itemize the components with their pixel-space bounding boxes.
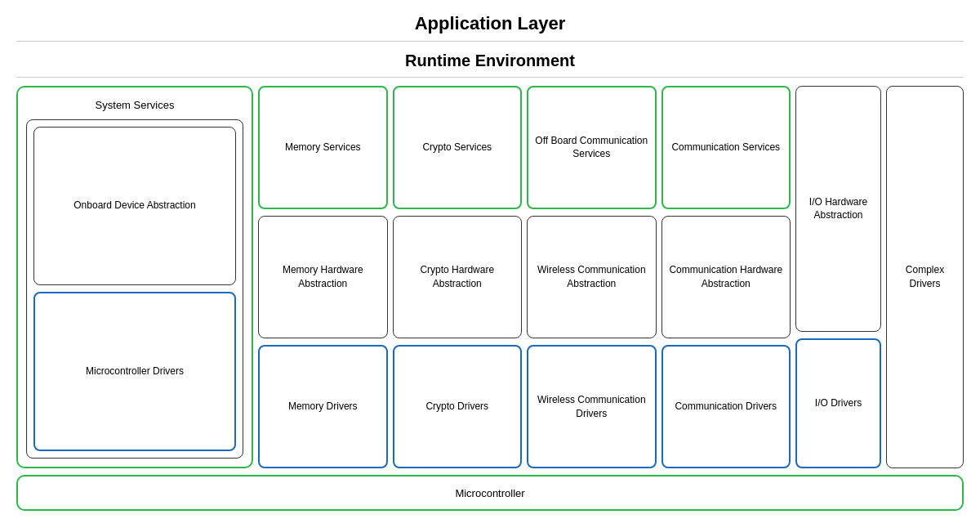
runtime-title: Runtime Environment — [405, 48, 575, 77]
right-tall-boxes: I/O Hardware Abstraction I/O Drivers Com… — [795, 86, 964, 468]
crypto-hw-abstraction-box: Crypto Hardware Abstraction — [393, 216, 523, 339]
offboard-comm-services-box: Off Board Communication Services — [527, 86, 657, 209]
microcontroller-drivers-box: Microcontroller Drivers — [33, 292, 236, 452]
core-columns: Memory Services Crypto Services Off Boar… — [258, 86, 791, 468]
wireless-comm-drivers-box: Wireless Communication Drivers — [527, 345, 657, 468]
memory-drivers-box: Memory Drivers — [258, 345, 388, 468]
system-services-label: System Services — [26, 96, 243, 119]
onboard-device-abstraction-box: Onboard Device Abstraction — [33, 127, 236, 285]
page-wrapper: Application Layer Runtime Environment Sy… — [0, 0, 980, 519]
services-row: Memory Services Crypto Services Off Boar… — [258, 86, 791, 209]
comm-services-box: Communication Services — [662, 86, 791, 209]
runtime-divider — [16, 77, 964, 78]
io-drivers-box: I/O Drivers — [795, 338, 881, 468]
comm-hw-abstraction-box: Communication Hardware Abstraction — [662, 216, 791, 339]
memory-hw-abstraction-box: Memory Hardware Abstraction — [258, 216, 388, 339]
app-layer-title: Application Layer — [415, 8, 566, 41]
microcontroller-box: Microcontroller — [16, 475, 964, 511]
architecture-container: System Services Onboard Device Abstracti… — [16, 86, 964, 511]
comm-drivers-box: Communication Drivers — [662, 345, 791, 468]
middle-area: System Services Onboard Device Abstracti… — [16, 86, 964, 468]
system-inner-box: Onboard Device Abstraction Microcontroll… — [26, 119, 243, 459]
drivers-row: Memory Drivers Crypto Drivers Wireless C… — [258, 345, 791, 468]
abstraction-row: Memory Hardware Abstraction Crypto Hardw… — [258, 216, 791, 339]
app-layer-divider — [16, 41, 964, 42]
crypto-services-box: Crypto Services — [393, 86, 523, 209]
memory-services-box: Memory Services — [258, 86, 388, 209]
complex-drivers-box: Complex Drivers — [886, 86, 964, 468]
crypto-drivers-box: Crypto Drivers — [393, 345, 523, 468]
wireless-comm-abstraction-box: Wireless Communication Abstraction — [527, 216, 657, 339]
system-services-box: System Services Onboard Device Abstracti… — [16, 86, 253, 468]
io-hw-abstraction-box: I/O Hardware Abstraction — [795, 86, 881, 332]
